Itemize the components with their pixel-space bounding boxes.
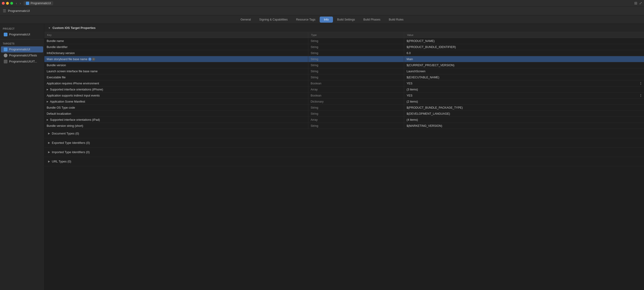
table-row[interactable]: ▶Supported interface orientations (iPhon… xyxy=(44,86,644,93)
project-section-label: PROJECT xyxy=(0,26,44,31)
row-value-cell: (4 items) xyxy=(404,117,644,123)
tab-build-phases[interactable]: Build Phases xyxy=(359,16,384,23)
sidebar-item-target-programmaticui[interactable]: ProgrammaticUI xyxy=(1,46,43,52)
project-name-label: ProgrammaticUI xyxy=(8,9,30,12)
table-row[interactable]: Bundle identifierString$(PRODUCT_BUNDLE_… xyxy=(44,44,644,50)
section-exported-type[interactable]: ▶Exported Type Identifiers (0) xyxy=(44,138,644,148)
sidebar-icon-target-programmaticui xyxy=(4,47,8,51)
tab-signing[interactable]: Signing & Capabilities xyxy=(255,16,292,23)
table-row[interactable]: Default localizationString$(DEVELOPMENT_… xyxy=(44,111,644,117)
row-key-text: Main storyboard file base name xyxy=(47,58,87,61)
row-type-cell: String xyxy=(308,105,404,111)
custom-properties-section-header[interactable]: ▼ Custom iOS Target Properties xyxy=(44,24,644,32)
row-key-text: InfoDictionary version xyxy=(47,51,75,55)
sidebar-item-target-uitests[interactable]: ProgrammaticUIUIT... xyxy=(1,58,43,65)
row-key-cell: ▶Supported interface orientations (iPhon… xyxy=(44,86,308,93)
table-row[interactable]: Application requires iPhone environmentB… xyxy=(44,80,644,86)
row-value-cell: $(DEVELOPMENT_LANGUAGE) xyxy=(404,111,644,117)
table-row[interactable]: Bundle OS Type codeString$(PRODUCT_BUNDL… xyxy=(44,105,644,111)
table-row[interactable]: Launch screen interface file base nameSt… xyxy=(44,68,644,74)
close-button[interactable] xyxy=(2,2,5,5)
section-document-types[interactable]: ▶Document Types (0) xyxy=(44,129,644,138)
row-type-cell: Array xyxy=(308,117,404,123)
section-chevron-icon: ▶ xyxy=(48,141,50,144)
row-key-cell: Main storyboard file base name+− xyxy=(44,56,308,62)
section-imported-type[interactable]: ▶Imported Type Identifiers (0) xyxy=(44,148,644,157)
sidebar-item-project-programmaticui[interactable]: ProgrammaticUI xyxy=(1,31,43,37)
split-view-button[interactable]: ⊞ xyxy=(634,1,637,5)
row-type-cell: String xyxy=(308,38,404,44)
sidebar-item-target-tests[interactable]: ProgrammaticUITests xyxy=(1,52,43,58)
col-header-type: Type xyxy=(308,32,404,38)
table-row[interactable]: Bundle nameString$(PRODUCT_NAME) xyxy=(44,38,644,44)
section-title-label: URL Types (0) xyxy=(52,160,71,163)
title-tab: ProgrammaticUI xyxy=(24,1,53,5)
section-title-label: Imported Type Identifiers (0) xyxy=(52,150,90,154)
title-bar-right: ⊞ ⤢ xyxy=(634,1,642,5)
row-type-cell: String xyxy=(308,111,404,117)
tab-resource-tags[interactable]: Resource Tags xyxy=(292,16,320,23)
nav-forward-button[interactable]: › xyxy=(19,1,22,5)
maximize-button[interactable] xyxy=(10,2,13,5)
tab-general[interactable]: General xyxy=(236,16,255,23)
section-url-types[interactable]: ▶URL Types (0) xyxy=(44,157,644,166)
row-key-text: Bundle version xyxy=(47,64,66,67)
row-value-cell: $(CURRENT_PROJECT_VERSION) xyxy=(404,62,644,68)
row-value-cell: YES▲▼ xyxy=(404,80,644,86)
row-type-cell: String xyxy=(308,62,404,68)
table-row[interactable]: Bundle versionString$(CURRENT_PROJECT_VE… xyxy=(44,62,644,68)
nav-back-button[interactable]: ‹ xyxy=(15,1,18,5)
nav-buttons: ‹ › xyxy=(15,1,22,5)
expand-arrow-icon[interactable]: ▶ xyxy=(47,118,48,121)
add-row-button[interactable]: + xyxy=(88,58,92,61)
row-key-text: Application Scene Manifest xyxy=(50,100,85,103)
row-key-cell: Bundle name xyxy=(44,38,308,44)
minimize-button[interactable] xyxy=(6,2,9,5)
row-key-cell: Application supports indirect input even… xyxy=(44,93,308,99)
row-key-cell: Application requires iPhone environment xyxy=(44,80,308,86)
table-row[interactable]: ▶Supported interface orientations (iPad)… xyxy=(44,117,644,123)
row-key-cell: ▶Supported interface orientations (iPad) xyxy=(44,117,308,123)
row-key-text: Supported interface orientations (iPad) xyxy=(50,118,100,121)
expand-arrow-icon[interactable]: ▶ xyxy=(47,88,48,91)
targets-section-label: TARGETS xyxy=(0,41,44,46)
row-value-cell: $(PRODUCT_BUNDLE_IDENTIFIER) xyxy=(404,44,644,50)
table-row[interactable]: Main storyboard file base name+−StringMa… xyxy=(44,56,644,62)
row-value-cell: (3 items) xyxy=(404,86,644,93)
value-stepper[interactable]: ▲▼ xyxy=(640,82,642,85)
table-row[interactable]: Executable fileString$(EXECUTABLE_NAME) xyxy=(44,74,644,80)
title-bar: ‹ › ProgrammaticUI ⊞ ⤢ xyxy=(0,0,644,6)
row-key-cell: Default localization xyxy=(44,111,308,117)
value-stepper[interactable]: ▲▼ xyxy=(640,94,642,97)
expand-arrow-icon[interactable]: ▶ xyxy=(47,100,48,103)
row-type-cell: Boolean xyxy=(308,93,404,99)
row-key-cell: Bundle identifier xyxy=(44,44,308,50)
sidebar-toggle-icon[interactable]: ☰ xyxy=(3,9,6,13)
row-key-text: Bundle identifier xyxy=(47,45,68,49)
row-type-cell: String xyxy=(308,44,404,50)
fullscreen-button[interactable]: ⤢ xyxy=(639,1,642,5)
table-row[interactable]: InfoDictionary versionString6.0 xyxy=(44,50,644,56)
row-key-text: Bundle version string (short) xyxy=(47,124,83,128)
tab-build-settings[interactable]: Build Settings xyxy=(333,16,359,23)
tab-build-rules[interactable]: Build Rules xyxy=(384,16,408,23)
sidebar-label-target-programmaticui: ProgrammaticUI xyxy=(9,48,30,51)
main-layout: PROJECT ProgrammaticUI TARGETS Programma… xyxy=(0,24,644,290)
remove-row-button[interactable]: − xyxy=(92,58,95,61)
properties-table: Key Type Value Bundle nameString$(PRODUC… xyxy=(44,32,644,129)
row-key-text: Executable file xyxy=(47,76,66,79)
tab-info[interactable]: Info xyxy=(320,16,333,23)
row-key-text: Bundle OS Type code xyxy=(47,106,75,109)
col-header-key: Key xyxy=(44,32,308,38)
row-value-cell: Main xyxy=(404,56,644,62)
table-row[interactable]: ▶Application Scene ManifestDictionary(2 … xyxy=(44,99,644,105)
table-row[interactable]: Bundle version string (short)String$(MAR… xyxy=(44,123,644,129)
sidebar-icon-target-tests xyxy=(4,54,8,57)
row-key-text: Launch screen interface file base name xyxy=(47,70,98,73)
table-row[interactable]: Application supports indirect input even… xyxy=(44,93,644,99)
window-controls xyxy=(2,2,13,5)
row-key-cell: Executable file xyxy=(44,74,308,80)
row-type-cell: Boolean xyxy=(308,80,404,86)
row-type-cell: String xyxy=(308,74,404,80)
sidebar-label-target-uitests: ProgrammaticUIUIT... xyxy=(9,60,37,63)
